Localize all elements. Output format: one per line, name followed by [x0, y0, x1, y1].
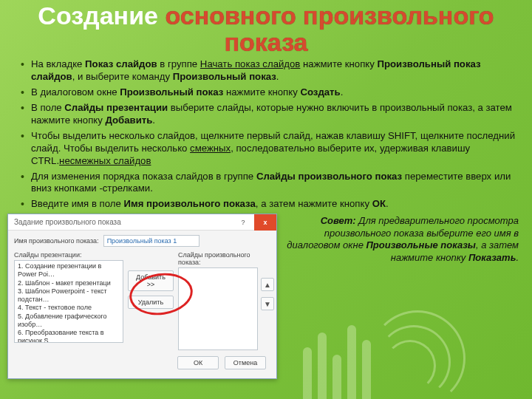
ok-button[interactable]: ОК [177, 356, 219, 369]
instruction-item: Чтобы выделить несколько слайдов, щелкни… [21, 130, 519, 168]
add-button[interactable]: Добавить >> [128, 270, 174, 291]
cancel-button[interactable]: Отмена [225, 356, 266, 369]
close-button[interactable]: x [254, 214, 276, 231]
list-item[interactable]: 4. Текст - тектовое поле [18, 304, 120, 312]
custom-show-dialog: Задание произвольного показа ? x Имя про… [7, 214, 277, 379]
show-name-input[interactable] [103, 235, 200, 247]
instructions-block: На вкладке Показ слайдов в группе Начать… [0, 55, 532, 211]
right-list-label: Слайды произвольного показа: [178, 251, 258, 266]
tip-text: Совет: Для предварительного просмотра пр… [284, 214, 519, 265]
list-item[interactable]: 1. Создание презентации в Power Poi… [18, 262, 120, 279]
dialog-title: Задание произвольного показа [8, 218, 232, 226]
list-item[interactable]: 2. Шаблон - макет презентаци [18, 279, 120, 287]
list-item[interactable]: 5. Добавление графического изобр… [18, 313, 120, 330]
move-down-button[interactable]: ▼ [261, 297, 274, 310]
page-title: Создание основного произвольного показа [0, 0, 532, 55]
help-button[interactable]: ? [232, 214, 254, 231]
custom-show-slides-list[interactable] [178, 267, 258, 350]
instruction-item: В диалоговом окне Произвольный показ наж… [21, 86, 519, 99]
list-item[interactable]: 3. Шаблон Powerpoint - текст подстан… [18, 287, 120, 304]
instruction-item: Для изменения порядка показа слайдов в г… [21, 171, 519, 196]
instruction-item: На вкладке Показ слайдов в группе Начать… [21, 58, 519, 83]
list-item[interactable]: 6. Преобразование текста в рисунок S… [18, 329, 120, 343]
move-up-button[interactable]: ▲ [261, 278, 274, 291]
instruction-item: Введите имя в поле Имя произвольного пок… [21, 198, 519, 211]
left-list-label: Слайды презентации: [14, 251, 123, 259]
presentation-slides-list[interactable]: 1. Создание презентации в Power Poi…2. Ш… [14, 260, 123, 343]
instruction-item: В поле Слайды презентации выберите слайд… [21, 102, 519, 127]
name-label: Имя произвольного показа: [14, 237, 99, 245]
remove-button[interactable]: Удалить [128, 296, 174, 309]
